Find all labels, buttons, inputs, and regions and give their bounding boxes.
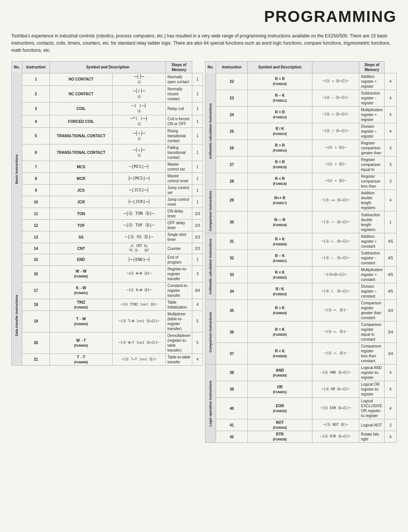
table-row: 32 R − K(FUN021) ─[Ⓐ −. Ⓑ→Ⓒ]─ Subtractio…	[206, 250, 397, 267]
left-header-sym: Symbol and Description	[50, 61, 166, 73]
table-row: 14 CNT ┌C CNT Q┐└E Ⓐ Ⓑ┘ Counter 2/3	[12, 243, 203, 254]
table-row: 20 W→T(FUN004) ─[Ⓐ W→T [nn] Ⓑ→Ⓒ]─ Demult…	[12, 332, 203, 354]
group-label-logic: Logic operation instructions	[206, 364, 216, 443]
table-row: 39 OR(FUN031) ─[Ⓐ OR Ⓑ→Ⓒ]─ Logical ORreg…	[206, 381, 397, 398]
right-header-steps: Steps of Memory	[359, 61, 385, 73]
table-row: 8 MCR ├─[MCS]─┤ Master control reset 1	[12, 173, 203, 185]
table-row: 15 END ├─[END]─┤ End of program 1	[12, 254, 203, 265]
table-row: 12 TOF ─[Ⓐ TOF Ⓑ]─ OFF delay timer 2/3	[12, 220, 203, 231]
right-table-wrap: No. Instruction Symbol and Description S…	[205, 61, 397, 443]
table-row: 28 R < R(FUN016) ─[Ⓐ < Ⓑ]─ Register comp…	[206, 173, 397, 189]
table-row: 30 R−− R(FUN018) ─[Ⓐ −− Ⓑ→Ⓒ]─ Subtractio…	[206, 211, 397, 233]
table-row: 26 R > R(FUN014) ─[Ⓐ > Ⓑ]─ Register comp…	[206, 140, 397, 156]
table-row: 25 R / K(FUN013) ─[Ⓐ / Ⓑ→Ⓒ]─ Divisionreg…	[206, 123, 397, 140]
table-row: 18 TINZ(FUN002) ─[Ⓐ TINZ [nn] Ⓑ]─ Table …	[12, 299, 203, 310]
table-row: 4 FORCED COIL ─*( )─┤Ⓐ Coil is forced ON…	[12, 115, 203, 128]
table-row: 27 R = R(FUN015) ─[Ⓐ = Ⓑ]─ Register comp…	[206, 156, 397, 173]
table-row: 10 JCR ├─[JCR]─┤ Jump control reset 1	[12, 196, 203, 208]
page-title: PROGRAMMING	[11, 8, 397, 26]
table-row: 11 TON ─[Ⓐ TON Ⓑ]─ ON delay timer 2/3	[12, 208, 203, 220]
table-row: Arithmetic calculation instructions 22 R…	[206, 73, 397, 90]
group-label-arith2: Arithmetic calculation instructions	[206, 233, 216, 300]
intro-paragraph: Toshiba's experience in industrial contr…	[11, 33, 397, 54]
group-label-arith1: Arithmetic calculation instructions	[206, 73, 216, 189]
table-row: 3 COIL ─( )─┤Ⓐ Relay coil 1	[12, 102, 203, 115]
table-row: Arithmetic calculation instructions 31 R…	[206, 233, 397, 250]
group-label-comp2: Comparison instructions	[206, 300, 216, 364]
left-header-no: No.	[12, 61, 22, 73]
group-label-basic: Basic instructions	[12, 73, 22, 265]
table-row: 34 R / K(FUN023) ─[Ⓐ /. Ⓑ→Ⓒ]─ Divisionre…	[206, 283, 397, 300]
right-header-desc	[312, 61, 359, 73]
right-header-inst: Instruction	[216, 61, 248, 73]
left-header-steps: Steps of Memory	[166, 61, 192, 73]
table-row: 24 R × R(FUN012) ─[Ⓐ × Ⓑ→Ⓒ]─ Multiplicat…	[206, 106, 397, 123]
table-row: 37 R < K(FUN026) ─[Ⓐ <. Ⓑ]─ Comparison r…	[206, 343, 397, 364]
right-table: No. Instruction Symbol and Description S…	[205, 61, 397, 443]
table-row: 41 NOT(FUN034) ─[Ⓐ NOT Ⓑ]─ Logical NOT 3	[206, 419, 397, 431]
left-table: No. Instruction Symbol and Description S…	[11, 61, 203, 366]
table-row: 36 R = K(FUN025) ─[Ⓐ =. Ⓑ]─ Comparison r…	[206, 321, 397, 343]
left-table-wrap: No. Instruction Symbol and Description S…	[11, 61, 203, 366]
tables-container: No. Instruction Symbol and Description S…	[11, 61, 397, 443]
table-row: 40 EOR(FUN032) ─[Ⓐ EOR Ⓑ→Ⓒ]─ Logical EXC…	[206, 398, 397, 419]
table-row: 5 TRANSI-TIONAL CONTACT ─┤↑├─Ⓐ Rising tr…	[12, 128, 203, 144]
group-label-datatransfer: Data transfer instructions	[12, 265, 22, 365]
table-row: 23 R − K(FUN011) ─[Ⓐ − Ⓑ→Ⓒ]─ Subtraction…	[206, 90, 397, 106]
table-row: 2 NC CONTACT ─┤/├─Ⓐ Normally closed cont…	[12, 86, 203, 102]
table-row: 9 JCS ─[JCS]─┤ Jump control set 1	[12, 185, 203, 196]
table-row: Comparison instructions 35 R > K(FUN024)…	[206, 300, 397, 321]
table-row: 21 T→T(FUN005) ─[Ⓐ T→T [nn] Ⓑ]─ Table-to…	[12, 354, 203, 365]
right-header-sym: Symbol and Description	[247, 61, 312, 73]
left-header-inst: Instruction	[22, 61, 50, 73]
table-row: 33 R × K(FUN022) ─[Ⓐ×Ⓑ→Ⓒ]─ Multiplicatio…	[206, 267, 397, 283]
group-label-comp1: Comparison instructions	[206, 189, 216, 233]
table-row: Data transfer instructions 16 W→W(FUN000…	[12, 265, 203, 282]
table-row: Logic operation instructions 38 AND(FUN0…	[206, 364, 397, 381]
table-row: 42 RTR(FUN035) ─[Ⓐ RTR Ⓑ→Ⓒ]─ Rotate bits…	[206, 431, 397, 443]
table-row: Comparison instructions 29 R++ R(FUN017)…	[206, 189, 397, 211]
table-row: 17 K→W(FUN001) ─[Ⓐ K→W Ⓑ]─ Constant-to-r…	[12, 282, 203, 299]
table-row: 13 SS ─[Ⓐ SS Ⓑ]─ Single shot timer 2/3	[12, 231, 203, 243]
right-header-no: No.	[206, 61, 216, 73]
table-row: Basic instructions 1 NO CONTACT ─┤├─Ⓐ No…	[12, 73, 203, 86]
table-row: 7 MCS ─[MCS]─┤ Master control set 1	[12, 161, 203, 173]
table-row: 6 TRANSI-TIONAL CONTACT ─┤↓├─Ⓐ Falling t…	[12, 144, 203, 161]
table-row: 19 T→W(FUN003) ─[Ⓐ T→W [nn] Ⓑ→Ⓒ]─ Multip…	[12, 310, 203, 332]
